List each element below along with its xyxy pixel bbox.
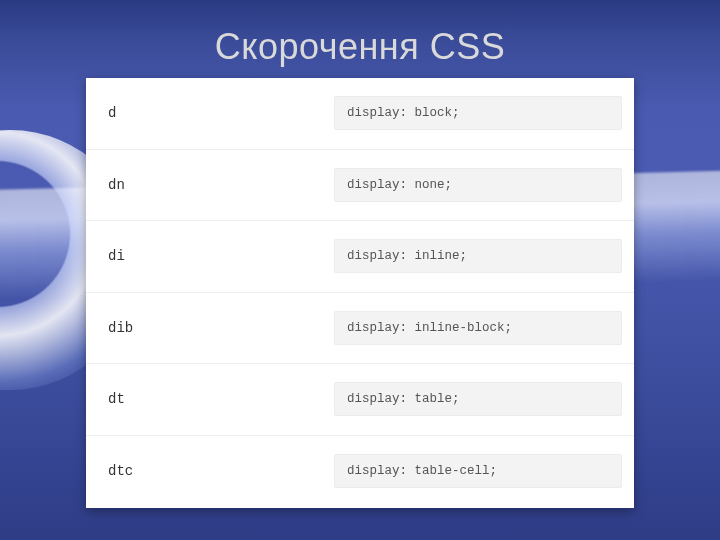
expansion-code: display: inline; <box>334 239 622 273</box>
abbr-cell: d <box>86 105 334 121</box>
expansion-code: display: inline-block; <box>334 311 622 345</box>
expansion-cell: display: block; <box>334 96 634 130</box>
abbr-cell: dt <box>86 391 334 407</box>
expansion-cell: display: none; <box>334 168 634 202</box>
table-row: d display: block; <box>86 78 634 150</box>
abbr-cell: dib <box>86 320 334 336</box>
expansion-cell: display: table-cell; <box>334 454 634 488</box>
expansion-cell: display: inline-block; <box>334 311 634 345</box>
shortcuts-table: d display: block; dn display: none; di d… <box>86 78 634 508</box>
expansion-cell: display: inline; <box>334 239 634 273</box>
expansion-code: display: table; <box>334 382 622 416</box>
table-row: dn display: none; <box>86 150 634 222</box>
table-row: dt display: table; <box>86 364 634 436</box>
expansion-code: display: block; <box>334 96 622 130</box>
expansion-code: display: none; <box>334 168 622 202</box>
abbr-cell: dn <box>86 177 334 193</box>
expansion-cell: display: table; <box>334 382 634 416</box>
abbr-cell: di <box>86 248 334 264</box>
table-row: dib display: inline-block; <box>86 293 634 365</box>
slide-title: Скорочення CSS <box>0 26 720 68</box>
abbr-cell: dtc <box>86 463 334 479</box>
table-row: dtc display: table-cell; <box>86 436 634 508</box>
table-row: di display: inline; <box>86 221 634 293</box>
expansion-code: display: table-cell; <box>334 454 622 488</box>
